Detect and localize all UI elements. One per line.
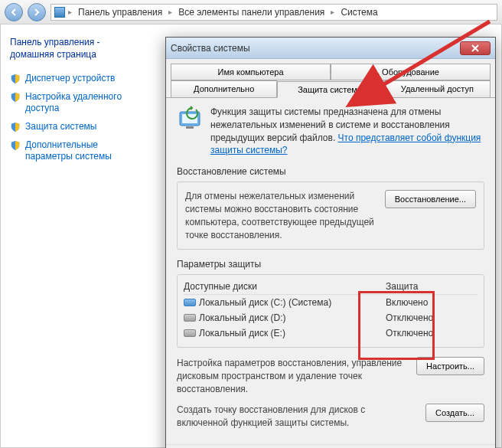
restore-description: Для отмены нежелательных изменений систе… [185,190,377,241]
restore-groupbox: Для отмены нежелательных изменений систе… [177,181,484,250]
column-header-disk: Доступные диски [184,281,386,292]
shield-icon [10,122,21,132]
sidebar-item-label: Диспетчер устройств [25,73,115,85]
tab-computer-name[interactable]: Имя компьютера [171,64,331,80]
shield-icon [10,74,21,84]
configure-row: Настройка параметров восстановления, упр… [177,357,484,395]
tab-remote-access[interactable]: Удаленный доступ [384,80,491,97]
back-button[interactable] [5,3,23,21]
drive-row[interactable]: Локальный диск (D:) Отключено [184,310,478,325]
chevron-right-icon: ▸ [68,8,72,16]
sidebar-item-label: Настройка удаленного доступа [25,91,145,115]
chevron-right-icon: ▸ [331,8,334,16]
configure-button[interactable]: Настроить... [416,357,484,375]
drive-row[interactable]: Локальный диск (E:) Отключено [184,325,478,341]
tab-advanced[interactable]: Дополнительно [171,80,277,97]
svg-rect-2 [186,126,194,129]
sidebar-title: Панель управления - домашняя страница [10,37,145,60]
configure-description: Настройка параметров восстановления, упр… [177,357,409,395]
dialog-buttons: OK Отмена [166,444,495,448]
breadcrumb-item[interactable]: Система [337,5,380,19]
drive-status: Включено [386,297,478,308]
sidebar-item-advanced-settings[interactable]: Дополнительные параметры системы [10,136,145,166]
column-header-protection: Защита [386,281,478,292]
protect-section-label: Параметры защиты [177,259,484,270]
dialog-titlebar[interactable]: Свойства системы [166,38,495,59]
restore-section-label: Восстановление системы [177,166,484,177]
dialog-content: Функция защиты системы предназначена для… [166,98,495,444]
drive-name: Локальный диск (C:) (Система) [199,297,331,308]
restore-icon [177,106,203,132]
shield-icon [10,92,21,103]
drive-icon [184,314,196,322]
dialog-title: Свойства системы [171,43,460,54]
breadcrumb-item[interactable]: Все элементы панели управления [175,5,328,19]
sidebar-item-label: Дополнительные параметры системы [25,139,145,163]
breadcrumb[interactable]: ▸ Панель управления ▸ Все элементы панел… [51,4,497,21]
chevron-right-icon: ▸ [168,8,172,16]
restore-button[interactable]: Восстановление... [385,190,476,208]
breadcrumb-item[interactable]: Панель управления [75,5,165,19]
annotation-mark [29,194,124,271]
close-icon [471,44,479,52]
address-bar: ▸ Панель управления ▸ Все элементы панел… [0,0,502,25]
sidebar-item-system-protection[interactable]: Защита системы [10,118,145,136]
forward-button[interactable] [28,3,46,21]
drive-name: Локальный диск (D:) [199,312,286,323]
tab-row-upper: Имя компьютера Оборудование [166,64,495,80]
create-description: Создать точку восстановления для дисков … [177,404,418,430]
sidebar-item-device-manager[interactable]: Диспетчер устройств [10,70,145,88]
control-panel-icon [54,7,65,18]
create-row: Создать точку восстановления для дисков … [177,404,484,430]
info-text: Функция защиты системы предназначена для… [210,106,484,157]
drives-list: Доступные диски Защита Локальный диск (C… [177,274,484,348]
drive-icon [184,299,196,306]
drive-status: Отключено [386,312,478,323]
close-button[interactable] [460,41,491,55]
tab-row-lower: Дополнительно Защита системы Удаленный д… [166,80,495,98]
shield-icon [10,140,21,151]
create-button[interactable]: Создать... [425,404,484,422]
drive-name: Локальный диск (E:) [199,328,285,338]
tab-hardware[interactable]: Оборудование [331,64,491,80]
drive-status: Отключено [386,328,478,338]
drive-row[interactable]: Локальный диск (C:) (Система) Включено [184,295,478,310]
drive-icon [184,329,196,337]
tab-system-protection[interactable]: Защита системы [277,81,383,98]
drives-header: Доступные диски Защита [184,281,478,295]
system-properties-dialog: Свойства системы Имя компьютера Оборудов… [165,37,496,448]
sidebar-item-label: Защита системы [25,121,96,133]
info-row: Функция защиты системы предназначена для… [177,106,484,157]
sidebar-item-remote-access[interactable]: Настройка удаленного доступа [10,88,145,118]
sidebar: Панель управления - домашняя страница Ди… [1,25,154,178]
